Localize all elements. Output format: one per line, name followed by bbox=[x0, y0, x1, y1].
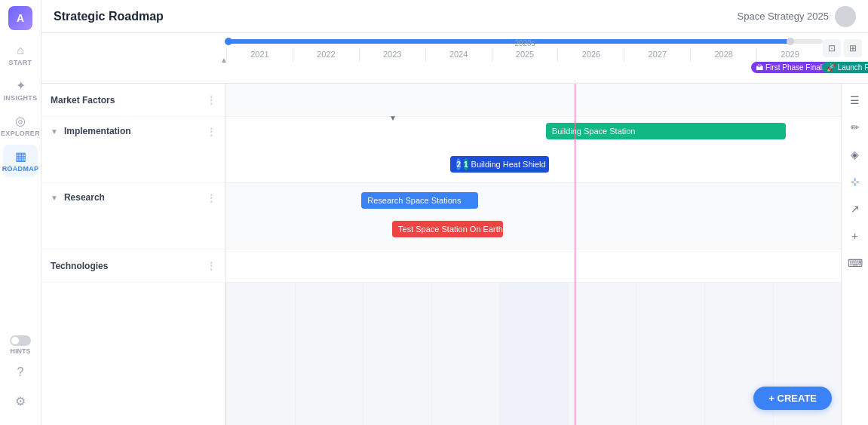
year-col-2021: 2021 bbox=[226, 48, 293, 62]
right-toolbar: ☰ ✏ ◈ ⊹ ↗ + ⌨ bbox=[841, 84, 868, 425]
technologies-label: Technologies bbox=[51, 261, 108, 271]
bar-label-heat-shield: Building Heat Shield bbox=[471, 160, 546, 169]
milestone-label-2: Launch Rocket bbox=[838, 63, 868, 72]
research-chevron: ▼ bbox=[51, 194, 58, 202]
bar-label-test-space-station: Test Space Station On Earth bbox=[398, 225, 503, 234]
settings-icon: ⚙ bbox=[15, 394, 26, 408]
year-col-2022: 2022 bbox=[293, 48, 359, 62]
external-link-icon: ↗ bbox=[549, 161, 555, 169]
sidebar-item-insights[interactable]: ✦ INSIGHTS bbox=[3, 74, 38, 106]
app-logo: A bbox=[8, 6, 32, 30]
rt-layers-icon[interactable]: ◈ bbox=[845, 144, 866, 165]
rt-magnet-icon[interactable]: ⊹ bbox=[845, 171, 866, 192]
heat-shield-badge-1: 2 bbox=[456, 158, 461, 170]
explorer-icon: ◎ bbox=[15, 114, 26, 128]
special-year-label: 2020s bbox=[514, 39, 535, 47]
bar-building-space-station[interactable]: Building Space Station bbox=[546, 123, 786, 139]
hints-label: HINTS bbox=[11, 347, 31, 355]
row-labels: Market Factors ⋮ ▼ Implementation ⋮ ▼ bbox=[41, 84, 226, 425]
rt-connector-icon[interactable]: ↗ bbox=[845, 198, 866, 219]
timeline-scroll-track bbox=[226, 39, 793, 44]
row-bg-research bbox=[226, 183, 841, 249]
rt-edit-icon[interactable]: ✏ bbox=[845, 117, 866, 138]
labels-empty bbox=[41, 283, 225, 425]
milestone-launch-rocket[interactable]: 🚀 Launch Rocket bbox=[822, 62, 868, 73]
timeline-header: 2021 2022 2023 2024 2020s 2025 2026 2027… bbox=[41, 33, 868, 84]
market-factors-label: Market Factors bbox=[51, 95, 115, 105]
bar-label-building-space-station: Building Space Station bbox=[552, 127, 636, 136]
sidebar-item-label-roadmap: ROADMAP bbox=[2, 165, 39, 173]
research-more-icon[interactable]: ⋮ bbox=[206, 192, 216, 204]
rt-plus-icon[interactable]: + bbox=[845, 225, 866, 246]
year-col-2026: 2026 bbox=[557, 48, 624, 62]
hints-toggle[interactable]: HINTS bbox=[10, 335, 31, 355]
milestone-flag-2: 🚀 bbox=[827, 63, 836, 72]
insights-icon: ✦ bbox=[16, 78, 26, 93]
space-label: Space Strategy 2025 bbox=[738, 11, 829, 22]
sidebar-item-label-explorer: EXPLORER bbox=[1, 130, 40, 137]
row-label-research[interactable]: ▼ Research ⋮ bbox=[41, 183, 225, 249]
milestone-flag-1: 🏔 bbox=[756, 63, 763, 72]
implementation-label: Implementation bbox=[64, 126, 131, 136]
bar-label-research-space-stations: Research Space Stations bbox=[367, 196, 461, 205]
app-header: Strategic Roadmap Space Strategy 2025 bbox=[41, 0, 868, 33]
timeline-years: 2021 2022 2023 2024 2020s 2025 2026 2027… bbox=[226, 48, 868, 62]
main-content: Strategic Roadmap Space Strategy 2025 20… bbox=[41, 0, 868, 425]
row-label-market-factors[interactable]: Market Factors ⋮ bbox=[41, 84, 225, 117]
row-bg-market bbox=[226, 84, 841, 117]
sidebar-item-settings[interactable]: ⚙ bbox=[3, 390, 38, 413]
collapse-arrow[interactable]: ▲ bbox=[216, 56, 232, 64]
row-label-implementation[interactable]: ▼ Implementation ⋮ bbox=[41, 117, 225, 183]
sidebar-item-label-start: START bbox=[9, 59, 32, 66]
sidebar-item-help[interactable]: ? bbox=[3, 361, 38, 384]
market-factors-more-icon[interactable]: ⋮ bbox=[206, 94, 216, 106]
sidebar-item-label-insights: INSIGHTS bbox=[4, 94, 38, 102]
page-title: Strategic Roadmap bbox=[54, 10, 164, 23]
milestones-row: 🏔 First Phase Finalized 🚀 Launch Rocket bbox=[226, 62, 868, 83]
sidebar-item-explorer[interactable]: ◎ EXPLORER bbox=[3, 109, 38, 142]
implementation-chevron: ▼ bbox=[51, 127, 58, 136]
heat-shield-badge-2: 1 bbox=[464, 158, 468, 170]
sidebar: A ⌂ START ✦ INSIGHTS ◎ EXPLORER ▦ ROADMA… bbox=[0, 0, 41, 425]
timeline-container: 2021 2022 2023 2024 2020s 2025 2026 2027… bbox=[41, 33, 868, 425]
year-col-2025: 2020s 2025 bbox=[492, 48, 558, 62]
sidebar-item-roadmap[interactable]: ▦ ROADMAP bbox=[3, 145, 38, 177]
roadmap-icon: ▦ bbox=[15, 149, 26, 164]
year-col-2028: 2028 bbox=[690, 48, 756, 62]
bar-test-space-station[interactable]: Test Space Station On Earth bbox=[392, 221, 503, 237]
year-col-2029: 2029 bbox=[756, 48, 823, 62]
create-button[interactable]: + CREATE bbox=[753, 387, 832, 410]
create-button-label: + CREATE bbox=[768, 393, 817, 404]
user-avatar[interactable] bbox=[835, 6, 856, 27]
scroll-thumb-right[interactable] bbox=[787, 38, 794, 45]
fit-view-button[interactable]: ⊡ bbox=[823, 39, 841, 57]
help-icon: ? bbox=[17, 365, 24, 379]
rt-keyboard-icon[interactable]: ⌨ bbox=[845, 252, 866, 274]
sidebar-item-start[interactable]: ⌂ START bbox=[3, 39, 38, 71]
timeline-toolbar: ⊡ ⊞ bbox=[823, 39, 862, 57]
hints-toggle-track[interactable] bbox=[10, 335, 31, 346]
implementation-more-icon[interactable]: ⋮ bbox=[206, 126, 216, 138]
rt-list-icon[interactable]: ☰ bbox=[845, 90, 866, 111]
scroll-thumb-left[interactable] bbox=[225, 38, 232, 45]
row-bg-tech bbox=[226, 249, 841, 283]
header-right: Space Strategy 2025 bbox=[738, 6, 856, 27]
research-label: Research bbox=[64, 192, 105, 203]
year-col-2027: 2027 bbox=[624, 48, 690, 62]
row-label-technologies[interactable]: Technologies ⋮ bbox=[41, 249, 225, 283]
home-icon: ⌂ bbox=[17, 44, 24, 57]
hints-toggle-thumb bbox=[11, 337, 19, 344]
technologies-more-icon[interactable]: ⋮ bbox=[206, 260, 216, 272]
implementation-group-arrow: ▼ bbox=[389, 114, 397, 122]
gantt-area: Building Space Station 2 1 Building Heat… bbox=[226, 84, 868, 425]
bar-research-space-stations[interactable]: Research Space Stations bbox=[361, 192, 478, 209]
year-col-2024: 2024 bbox=[425, 48, 492, 62]
rows-container: Market Factors ⋮ ▼ Implementation ⋮ ▼ bbox=[41, 84, 868, 425]
bar-building-heat-shield[interactable]: 2 1 Building Heat Shield ↗ bbox=[450, 156, 548, 173]
year-col-2023: 2023 bbox=[359, 48, 425, 62]
grid-view-button[interactable]: ⊞ bbox=[844, 39, 862, 57]
